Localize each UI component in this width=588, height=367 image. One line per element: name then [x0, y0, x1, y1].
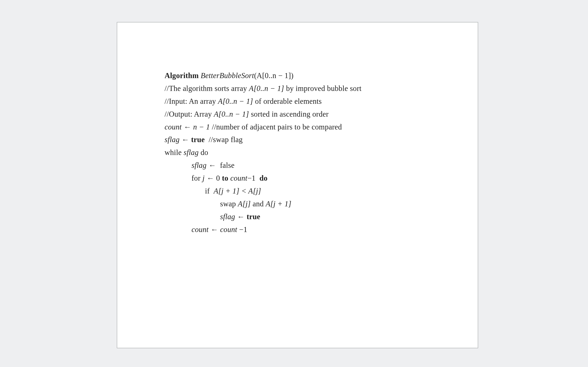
stmt-sflag-false: sflag ← false: [164, 159, 446, 172]
stmt-count-dec: count ← count −1: [164, 223, 446, 236]
keyword-algorithm: Algorithm: [164, 71, 199, 80]
stmt-for: for j ← 0 to count−1 do: [164, 172, 446, 185]
comment-description: //The algorithm sorts array A[0..n − 1] …: [164, 82, 446, 95]
stmt-while: while sflag do: [164, 146, 446, 159]
algorithm-args: (A[0..n − 1]): [254, 71, 293, 80]
comment-output: //Output: Array A[0..n − 1] sorted in as…: [164, 108, 446, 121]
comment-input: //Input: An array A[0..n − 1] of orderab…: [164, 95, 446, 108]
stmt-swap: swap A[j] and A[j + 1]: [164, 198, 446, 210]
stmt-count-init: count ← n − 1 //number of adjacent pairs…: [164, 121, 446, 133]
document-page: Algorithm BetterBubbleSort(A[0..n − 1]) …: [117, 22, 478, 348]
stmt-if: if A[j + 1] < A[j]: [164, 185, 446, 198]
algorithm-header: Algorithm BetterBubbleSort(A[0..n − 1]): [164, 69, 446, 82]
algorithm-name: BetterBubbleSort: [201, 71, 254, 80]
stmt-sflag-true: sflag ← true: [164, 210, 446, 223]
pseudocode-block: Algorithm BetterBubbleSort(A[0..n − 1]) …: [164, 69, 446, 236]
stmt-sflag-init: sflag ← true //swap flag: [164, 133, 446, 146]
